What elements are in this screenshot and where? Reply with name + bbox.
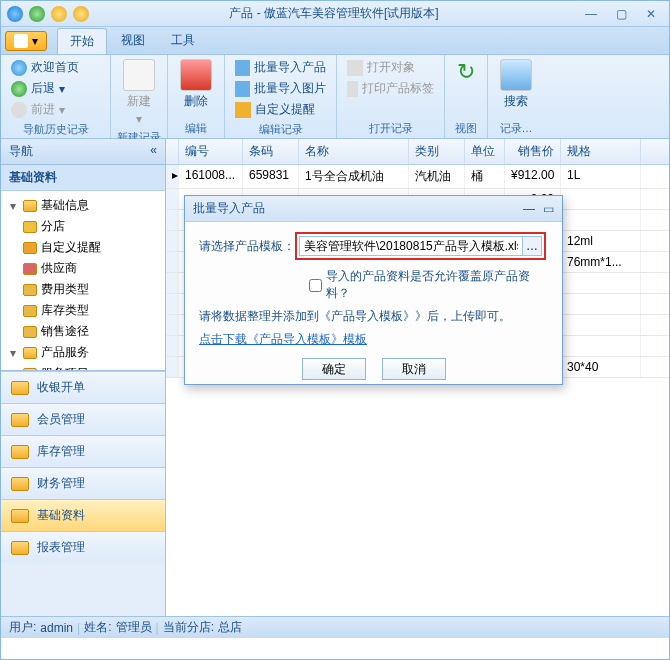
status-user-label: 用户: [9, 619, 36, 636]
status-user: admin [40, 621, 73, 635]
col-price[interactable]: 销售价 [505, 139, 561, 164]
tree-fee-type[interactable]: 费用类型 [3, 279, 163, 300]
template-path-input[interactable] [299, 236, 523, 256]
import-product[interactable]: 批量导入产品 [231, 57, 330, 78]
ribgroup-rec-title: 记录… [494, 119, 538, 136]
status-name: 管理员 [116, 619, 152, 636]
dialog-minimize-icon[interactable]: — [523, 202, 535, 216]
col-cat[interactable]: 类别 [409, 139, 465, 164]
outlook-finance[interactable]: 财务管理 [1, 467, 165, 499]
tab-view[interactable]: 视图 [109, 28, 157, 54]
status-name-label: 姓名: [84, 619, 111, 636]
tree-stock-type[interactable]: 库存类型 [3, 300, 163, 321]
col-spec[interactable]: 规格 [561, 139, 641, 164]
list-icon [23, 326, 37, 338]
app-menu-button[interactable]: ▾ [5, 31, 47, 51]
dialog-title: 批量导入产品 [193, 200, 265, 217]
outlook-member[interactable]: 会员管理 [1, 403, 165, 435]
tree-sale-way[interactable]: 销售途径 [3, 321, 163, 342]
import-image[interactable]: 批量导入图片 [231, 78, 330, 99]
sidebar-collapse-icon[interactable]: « [150, 143, 157, 160]
print-icon [347, 81, 358, 97]
overwrite-label: 导入的产品资料是否允许覆盖原产品资料？ [326, 268, 548, 302]
print-label: 打印产品标签 [343, 78, 438, 99]
bell-icon [23, 242, 37, 254]
tree-store[interactable]: 分店 [3, 216, 163, 237]
back-icon [11, 81, 27, 97]
custom-remind[interactable]: 自定义提醒 [231, 99, 330, 120]
list-icon [23, 284, 37, 296]
window-title: 产品 - 傲蓝汽车美容管理软件[试用版本] [89, 5, 579, 22]
maximize-button[interactable]: ▢ [609, 6, 633, 22]
folder-icon [11, 413, 29, 427]
delete-icon [180, 59, 212, 91]
folder-icon [11, 445, 29, 459]
col-name[interactable]: 名称 [299, 139, 409, 164]
home-icon [11, 60, 27, 76]
folder-icon [23, 347, 37, 359]
folder-icon [11, 381, 29, 395]
dialog-close-icon[interactable]: ▭ [543, 202, 554, 216]
app-icon [7, 6, 23, 22]
outlook-stock[interactable]: 库存管理 [1, 435, 165, 467]
template-label: 请选择产品模板： [199, 238, 295, 255]
house-icon [23, 221, 37, 233]
open-icon [347, 60, 363, 76]
tree-supplier[interactable]: 供应商 [3, 258, 163, 279]
outlook-report[interactable]: 报表管理 [1, 531, 165, 563]
outlook-bill[interactable]: 收银开单 [1, 371, 165, 403]
status-store-label: 当前分店: [163, 619, 214, 636]
nav-home[interactable]: 欢迎首页 [7, 57, 104, 78]
cancel-button[interactable]: 取消 [382, 358, 446, 380]
col-unit[interactable]: 单位 [465, 139, 505, 164]
forward-icon [11, 102, 27, 118]
nav-tree: ▾基础信息 分店 自定义提醒 供应商 费用类型 库存类型 销售途径 ▾产品服务 … [1, 191, 165, 371]
close-button[interactable]: ✕ [639, 6, 663, 22]
col-code[interactable]: 条码 [243, 139, 299, 164]
open-object: 打开对象 [343, 57, 438, 78]
image-icon [235, 81, 250, 97]
search-icon [500, 59, 532, 91]
folder-icon [23, 200, 37, 212]
overwrite-checkbox[interactable] [309, 279, 322, 292]
nav-forward: 前进 ▾ [7, 99, 104, 120]
import-dialog: 批量导入产品 — ▭ 请选择产品模板： … 导入的产品资料是否允许覆盖原产品资料… [184, 195, 563, 385]
delete-button[interactable]: 删除 [174, 57, 218, 112]
tree-base-info[interactable]: ▾基础信息 [3, 195, 163, 216]
download-template-link[interactable]: 点击下载《产品导入模板》模板 [199, 332, 367, 346]
folder-icon [11, 541, 29, 555]
list-icon [23, 305, 37, 317]
tree-remind[interactable]: 自定义提醒 [3, 237, 163, 258]
up-icon[interactable] [51, 6, 67, 22]
sidebar-title: 导航 [9, 143, 33, 160]
people-icon [23, 263, 37, 275]
down-icon[interactable] [73, 6, 89, 22]
col-id[interactable]: 编号 [179, 139, 243, 164]
browse-button[interactable]: … [522, 236, 542, 256]
tree-prod-service[interactable]: ▾产品服务 [3, 342, 163, 363]
refresh-button[interactable]: ↻ [451, 57, 481, 87]
nav-back[interactable]: 后退 ▾ [7, 78, 104, 99]
ok-button[interactable]: 确定 [302, 358, 366, 380]
tab-tools[interactable]: 工具 [159, 28, 207, 54]
search-button[interactable]: 搜索 [494, 57, 538, 112]
ribgroup-edit-title: 编辑 [174, 119, 218, 136]
minimize-button[interactable]: — [579, 6, 603, 22]
ribgroup-open-title: 打开记录 [343, 119, 438, 136]
row-selector-head[interactable] [166, 139, 179, 164]
outlook-basic[interactable]: 基础资料 [1, 499, 165, 531]
tab-start[interactable]: 开始 [57, 28, 107, 54]
folder-icon [11, 477, 29, 491]
refresh-icon[interactable] [29, 6, 45, 22]
status-store: 总店 [218, 619, 242, 636]
tree-service-item[interactable]: 服务项目 [3, 363, 163, 371]
sidebar-section: 基础资料 [1, 165, 165, 191]
ribgroup-nav-title: 导航历史记录 [7, 120, 104, 137]
new-icon [123, 59, 155, 91]
ribgroup-editrec-title: 编辑记录 [231, 120, 330, 137]
folder-icon [11, 509, 29, 523]
table-row[interactable]: ▸161008...6598311号全合成机油汽机油桶¥912.001L [166, 165, 669, 189]
bell-icon [235, 102, 251, 118]
new-button[interactable]: 新建▾ [117, 57, 161, 128]
dialog-hint: 请将数据整理并添加到《产品导入模板》》后，上传即可。 [199, 308, 548, 325]
